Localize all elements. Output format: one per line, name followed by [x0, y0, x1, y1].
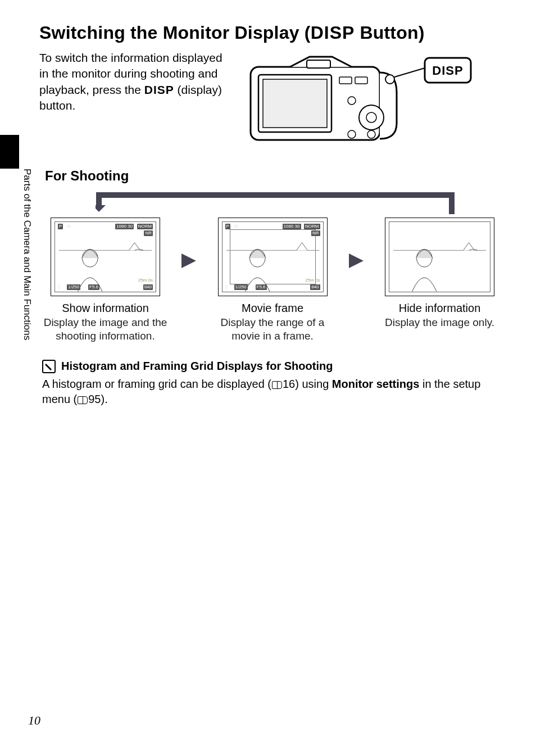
svg-rect-9: [339, 77, 352, 84]
intro-row: To switch the information displayed in t…: [39, 50, 502, 151]
note-block: Histogram and Framing Grid Displays for …: [42, 360, 502, 407]
svg-rect-2: [263, 79, 327, 128]
svg-point-11: [385, 75, 394, 84]
intro-line: (display): [174, 83, 222, 96]
thumbnail-row: P ◎ NORM NR 1080 30 1/250 F5.6 25m 0s 84…: [42, 192, 503, 343]
caption-title: Hide information: [399, 302, 481, 315]
osd-time: 25m 0s: [138, 278, 153, 283]
camera-svg: DISP: [239, 50, 475, 151]
svg-marker-17: [181, 253, 196, 268]
osd-count: 840: [143, 284, 153, 290]
osd-gps-icon: ◎: [67, 224, 71, 229]
osd-quality: NORM: [304, 224, 320, 229]
screen-show-info: P ◎ NORM NR 1080 30 1/250 F5.6 25m 0s 84…: [51, 218, 160, 296]
caption-desc: Display the range of a movie in a frame.: [210, 316, 336, 343]
callout-label: DISP: [432, 64, 463, 78]
osd-video: 1080 30: [115, 224, 134, 229]
thumb-movie-frame: P ◎ NORM NR 1080 30 1/250 F5.6 25m 0s 84…: [210, 218, 336, 343]
svg-point-7: [367, 130, 375, 138]
intro-line: playback, press the: [39, 83, 144, 96]
osd-gps-icon: ◎: [234, 224, 238, 229]
intro-line: in the monitor during shooting and: [39, 67, 218, 80]
svg-rect-3: [307, 60, 330, 68]
svg-line-12: [394, 68, 425, 77]
thumb-show-info: P ◎ NORM NR 1080 30 1/250 F5.6 25m 0s 84…: [42, 218, 169, 343]
svg-point-5: [366, 112, 376, 123]
caption-desc: Display the image and the shooting infor…: [42, 316, 169, 343]
intro-line: button.: [39, 99, 75, 112]
screen-hide-info: [385, 218, 494, 296]
osd-quality: NORM: [137, 224, 153, 229]
svg-rect-10: [355, 77, 367, 84]
page-ref: 95: [88, 393, 101, 405]
book-icon: [78, 396, 88, 404]
section-side-label: Parts of the Camera and Main Functions: [19, 169, 35, 405]
note-title: Histogram and Framing Grid Displays for …: [61, 360, 333, 373]
intro-text: To switch the information displayed in t…: [39, 50, 222, 114]
arrow-icon: [344, 218, 369, 270]
title-text-pre: Switching the Monitor Display (: [39, 22, 311, 43]
screen-movie-frame: P ◎ NORM NR 1080 30 1/250 F5.6 25m 0s 84…: [218, 218, 328, 296]
svg-marker-20: [349, 253, 364, 268]
disp-strong: DISP: [144, 83, 174, 96]
section-tab: [0, 135, 19, 169]
svg-marker-14: [96, 205, 106, 212]
page-title: Switching the Monitor Display (DISP Butt…: [39, 22, 502, 43]
osd-shutter: 1/250: [234, 284, 248, 290]
flow-return-line: [96, 192, 455, 214]
osd-mode: P: [58, 224, 63, 229]
section-heading: For Shooting: [45, 168, 502, 184]
osd-aperture: F5.6: [256, 284, 267, 290]
pencil-icon: [42, 360, 56, 373]
intro-line: To switch the information displayed: [39, 51, 222, 64]
monitor-settings-label: Monitor settings: [332, 378, 420, 390]
disp-glyph: DISP: [311, 22, 355, 43]
title-text-post: Button): [355, 22, 424, 43]
osd-video: 1080 30: [283, 224, 301, 229]
battery-icon: ▯: [225, 284, 228, 290]
note-text: ).: [101, 393, 108, 405]
osd-nr: NR: [144, 230, 153, 236]
osd-count: 840: [310, 284, 320, 290]
svg-point-6: [348, 130, 356, 138]
display-cycle-flow: P ◎ NORM NR 1080 30 1/250 F5.6 25m 0s 84…: [42, 192, 503, 343]
caption-title: Show information: [62, 302, 149, 315]
camera-illustration: DISP: [239, 50, 475, 151]
osd-nr: NR: [311, 230, 320, 236]
caption-desc: Display the image only.: [385, 316, 494, 329]
osd-time: 25m 0s: [305, 278, 320, 283]
osd-mode: P: [225, 224, 230, 229]
note-heading: Histogram and Framing Grid Displays for …: [42, 360, 502, 373]
note-text: A histogram or framing grid can be displ…: [42, 378, 271, 390]
manual-page: Parts of the Camera and Main Functions S…: [0, 0, 536, 756]
scene-drawing: [385, 218, 494, 296]
note-text: ) using: [295, 378, 332, 390]
caption-title: Movie frame: [242, 302, 303, 315]
osd-aperture: F5.6: [88, 284, 99, 290]
arrow-icon: [176, 218, 201, 270]
page-number: 10: [28, 713, 40, 728]
osd-shutter: 1/250: [67, 284, 80, 290]
battery-icon: ▯: [58, 284, 60, 290]
svg-point-8: [348, 97, 356, 105]
book-icon: [272, 381, 282, 389]
note-body: A histogram or framing grid can be displ…: [42, 377, 502, 407]
thumb-hide-info: Hide information Display the image only.: [376, 218, 503, 329]
page-ref: 16: [283, 378, 295, 390]
